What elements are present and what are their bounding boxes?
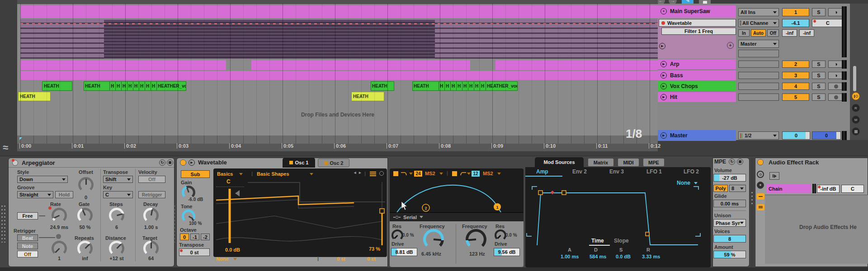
distance-value[interactable]: +12 st bbox=[103, 256, 130, 261]
input-channel-dropdown[interactable]: All Channe bbox=[738, 19, 779, 27]
arpeggiator-title-bar[interactable]: Arpeggiator bbox=[9, 158, 174, 168]
send-b-field[interactable]: -inf bbox=[799, 29, 814, 37]
velocity-retrigger-button[interactable]: Retrigger bbox=[138, 191, 165, 198]
osc-level-value[interactable]: 0.0 dB bbox=[225, 247, 240, 252]
output-channel-box[interactable] bbox=[738, 50, 779, 57]
adsr-envelope-svg[interactable] bbox=[525, 178, 711, 246]
device-on-led[interactable] bbox=[180, 159, 186, 166]
rack-chainlist-icon[interactable] bbox=[757, 193, 764, 200]
master-volume-field[interactable]: 0 bbox=[812, 131, 841, 140]
decay-value[interactable]: 584 ms bbox=[590, 254, 606, 259]
tab-osc-2[interactable]: Osc 2 bbox=[318, 159, 349, 167]
vox-clip-segment[interactable]: HEATHER_voc bbox=[157, 82, 186, 90]
filter2-circuit-caret[interactable] bbox=[497, 173, 501, 175]
vox-clip-segment[interactable]: HEATH bbox=[413, 82, 439, 90]
vox-clip-segment[interactable]: H bbox=[145, 82, 151, 90]
vox-clip-segment[interactable]: H bbox=[116, 82, 122, 90]
semi-value[interactable]: 0 st bbox=[337, 256, 345, 262]
stop-section-icon[interactable] bbox=[852, 127, 860, 136]
vox-clip-segment[interactable]: H bbox=[451, 82, 457, 90]
vox-clip-segment[interactable]: H bbox=[133, 82, 139, 90]
target-knob[interactable] bbox=[143, 241, 159, 256]
automation-box[interactable] bbox=[738, 61, 779, 68]
vox-clip-segment[interactable]: H bbox=[122, 82, 127, 90]
clip-vox-group-2[interactable]: HEATH H H H H H H H H HEATHER_voc bbox=[412, 81, 518, 91]
slope-tab[interactable]: Slope bbox=[614, 238, 629, 244]
clip-vox-2[interactable]: HEATH bbox=[371, 81, 394, 91]
monitor-off-button[interactable]: Off bbox=[767, 29, 779, 37]
sub-button[interactable]: Sub bbox=[181, 170, 210, 178]
tab-midi[interactable]: MIDI bbox=[618, 158, 639, 167]
device-on-led[interactable] bbox=[12, 160, 18, 166]
return-tracks-icon[interactable]: R bbox=[852, 104, 860, 112]
cue-volume-field[interactable]: 0 bbox=[782, 131, 810, 140]
vox-clip-segment[interactable]: H bbox=[474, 82, 480, 90]
det-value[interactable]: 0 ct bbox=[367, 256, 376, 262]
clip-hit-1[interactable]: HEATH bbox=[18, 92, 51, 101]
subtab-env3[interactable]: Env 3 bbox=[609, 168, 624, 175]
filter1-type-caret[interactable] bbox=[409, 173, 413, 175]
track-play-icon[interactable]: ▶ bbox=[660, 132, 667, 139]
glide-field[interactable]: 0.00 ms bbox=[713, 200, 746, 207]
freq1-knob[interactable] bbox=[423, 229, 444, 250]
fold-track-icon[interactable]: ▼ bbox=[660, 8, 667, 14]
send-a-field[interactable]: -inf bbox=[782, 29, 797, 37]
track-device-chooser[interactable]: Wavetable bbox=[659, 19, 736, 27]
track-number-badge[interactable]: 5 bbox=[782, 93, 809, 101]
add-automation-lane-icon[interactable]: + bbox=[727, 42, 734, 49]
tab-mod-sources[interactable]: Mod Sources bbox=[535, 157, 584, 167]
chain-row[interactable]: Chain bbox=[767, 184, 811, 193]
subtab-lfo1[interactable]: LFO 1 bbox=[646, 168, 662, 175]
rack-devices-icon[interactable] bbox=[757, 204, 764, 210]
cue-out-dropdown[interactable]: 1/2 bbox=[738, 131, 779, 140]
solo-button[interactable]: S bbox=[812, 93, 826, 101]
subtab-lfo2[interactable]: LFO 2 bbox=[684, 168, 699, 175]
retrigger-off-button[interactable]: Off bbox=[17, 251, 38, 257]
time-tab[interactable]: Time bbox=[591, 238, 604, 244]
vox-clip-segment[interactable]: H bbox=[110, 82, 116, 90]
clip-vox-group-1[interactable]: HEATH H H H H H H H H HEATHER_voc bbox=[84, 81, 186, 91]
vox-clip-segment[interactable]: H bbox=[127, 82, 133, 90]
offset-value[interactable]: 0 bbox=[72, 195, 99, 200]
freq2-value[interactable]: 123 Hz bbox=[469, 251, 485, 257]
filter1-circuit-caret[interactable] bbox=[439, 173, 443, 175]
chain-volume-field[interactable]: -inf dB bbox=[817, 185, 840, 193]
chain-pan-field[interactable]: C bbox=[841, 185, 864, 193]
velocity-mode-button[interactable]: Off bbox=[138, 176, 165, 183]
repeats-knob[interactable] bbox=[77, 241, 93, 256]
clip-vox-1[interactable]: HEATH bbox=[42, 81, 72, 91]
target-value[interactable]: 64 bbox=[137, 256, 165, 261]
track-title-arp[interactable]: ▶ Arp bbox=[658, 59, 736, 69]
gain-value[interactable]: -6.0 dB bbox=[188, 197, 203, 202]
unison-amount-field[interactable]: 59 % bbox=[713, 251, 746, 258]
filter2-type-caret[interactable] bbox=[467, 173, 471, 175]
steps-knob[interactable] bbox=[109, 208, 124, 223]
style-dropdown[interactable]: Down bbox=[17, 176, 68, 183]
preview-icon[interactable]: ▶ bbox=[189, 159, 195, 166]
arm-button[interactable] bbox=[828, 83, 844, 90]
arm-button[interactable]: ◑ bbox=[828, 61, 844, 68]
retrigger-note-button[interactable]: Note bbox=[17, 243, 38, 249]
decay-value[interactable]: 1.00 s bbox=[137, 224, 165, 230]
track-title-main-supersaw[interactable]: ▼ Main SuperSaw bbox=[658, 5, 736, 17]
solo-button[interactable]: S bbox=[812, 83, 826, 90]
drive1-field[interactable]: 8.81 dB bbox=[391, 248, 417, 256]
automation-line[interactable] bbox=[20, 23, 658, 24]
res2-knob[interactable] bbox=[495, 229, 506, 241]
device-led-icon[interactable] bbox=[661, 21, 665, 25]
vox-clip-segment[interactable]: H bbox=[151, 82, 157, 90]
vox-clip-segment[interactable]: H bbox=[139, 82, 145, 90]
vox-clip-segment[interactable]: H bbox=[462, 82, 468, 90]
track-number-badge[interactable]: 4 bbox=[782, 83, 809, 90]
sync-free-button[interactable]: Free bbox=[17, 212, 38, 220]
device-splitter[interactable] bbox=[750, 158, 754, 267]
fx1-value[interactable]: FX 1 0.0 % bbox=[249, 256, 273, 262]
filter-curve-svg[interactable]: 2 1 bbox=[390, 175, 524, 212]
repeats-value[interactable]: inf bbox=[71, 256, 99, 261]
rack-play-chain-button[interactable] bbox=[769, 172, 779, 180]
solo-button[interactable]: S bbox=[812, 61, 826, 68]
freq1-value[interactable]: 6.45 kHz bbox=[421, 251, 441, 257]
clip-arp-2[interactable] bbox=[251, 60, 470, 70]
voices-field[interactable]: 8 bbox=[713, 235, 746, 243]
subtab-env2[interactable]: Env 2 bbox=[572, 168, 587, 175]
